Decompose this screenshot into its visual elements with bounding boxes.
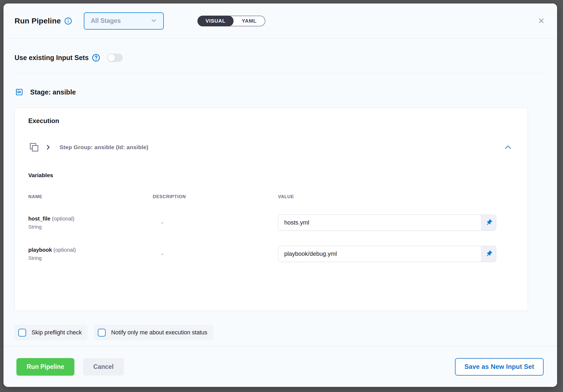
save-as-new-input-set-button[interactable]: Save as New Input Set: [455, 358, 544, 376]
pin-icon[interactable]: [482, 246, 496, 262]
variable-description: -: [153, 220, 278, 226]
tab-yaml[interactable]: YAML: [234, 18, 265, 24]
skip-preflight-option[interactable]: Skip preflight check: [15, 325, 88, 340]
chevron-down-icon: [150, 17, 157, 25]
chevron-up-icon[interactable]: [503, 143, 514, 152]
stage-label: Stage: ansible: [30, 88, 76, 96]
variable-description: -: [153, 251, 278, 257]
variable-value-cell: [278, 246, 514, 262]
use-existing-input-sets-label: Use existing Input Sets: [15, 54, 89, 62]
use-existing-input-sets-row: Use existing Input Sets: [15, 54, 546, 62]
modal-content: Use existing Input Sets Stage: ansi: [4, 38, 557, 346]
divider: [15, 73, 546, 73]
notify-only-me-label: Notify only me about execution status: [111, 329, 207, 336]
skip-preflight-label: Skip preflight check: [32, 329, 82, 336]
run-pipeline-button[interactable]: Run Pipeline: [16, 358, 74, 376]
notify-only-me-option[interactable]: Notify only me about execution status: [94, 325, 213, 340]
variable-type: String: [28, 255, 153, 261]
run-options-row: Skip preflight check Notify only me abou…: [15, 325, 546, 340]
modal-header: Run Pipeline All Stages VISUAL YAML ✕: [4, 4, 557, 38]
stage-selector-dropdown[interactable]: All Stages: [84, 12, 164, 30]
checkbox-icon[interactable]: [18, 329, 26, 337]
table-row: playbook (optional) String -: [28, 246, 514, 262]
close-icon[interactable]: ✕: [536, 15, 546, 27]
stage-selector-value: All Stages: [91, 17, 150, 24]
col-header-description: DESCRIPTION: [153, 194, 278, 200]
value-input-group: [278, 215, 496, 231]
step-group-label[interactable]: Step Group: ansible (Id: ansible): [60, 144, 148, 150]
variables-table: NAME DESCRIPTION VALUE host_file (option…: [28, 194, 514, 262]
col-header-name: NAME: [28, 194, 153, 200]
modal-footer: Run Pipeline Cancel Save as New Input Se…: [4, 346, 557, 387]
checkbox-icon[interactable]: [98, 329, 106, 337]
variable-value-cell: [278, 215, 514, 231]
variables-table-header: NAME DESCRIPTION VALUE: [28, 194, 514, 200]
run-pipeline-modal: Run Pipeline All Stages VISUAL YAML ✕: [4, 4, 557, 387]
variable-name-cell: host_file (optional) String: [28, 216, 153, 230]
info-icon[interactable]: [64, 17, 72, 25]
input-sets-toggle[interactable]: [107, 54, 123, 62]
help-icon[interactable]: [92, 54, 100, 62]
variable-type: String: [28, 224, 153, 230]
step-group-icon: [28, 142, 39, 153]
execution-card: Execution Step Group: ansible (Id: ansib…: [15, 108, 528, 311]
tab-visual[interactable]: VISUAL: [197, 16, 234, 26]
col-header-value: VALUE: [278, 194, 514, 200]
chevron-right-icon[interactable]: [45, 144, 51, 150]
variables-title: Variables: [28, 172, 514, 178]
variable-optional: (optional): [53, 247, 76, 253]
visual-yaml-toggle: VISUAL YAML: [197, 16, 265, 26]
variable-name: host_file: [28, 216, 50, 222]
cancel-button[interactable]: Cancel: [83, 358, 124, 376]
host-file-input[interactable]: [278, 215, 482, 230]
value-input-group: [278, 246, 496, 262]
page-title: Run Pipeline: [15, 17, 61, 25]
variable-name: playbook: [28, 247, 52, 253]
custom-stage-icon: [15, 88, 24, 97]
stage-row: Stage: ansible: [15, 88, 546, 97]
pin-icon[interactable]: [482, 215, 496, 230]
variable-name-cell: playbook (optional) String: [28, 247, 153, 261]
variable-optional: (optional): [52, 216, 74, 222]
playbook-input[interactable]: [278, 246, 482, 262]
step-group-row: Step Group: ansible (Id: ansible): [28, 142, 514, 153]
execution-title: Execution: [28, 117, 514, 125]
toggle-knob: [107, 54, 115, 62]
table-row: host_file (optional) String -: [28, 215, 514, 231]
